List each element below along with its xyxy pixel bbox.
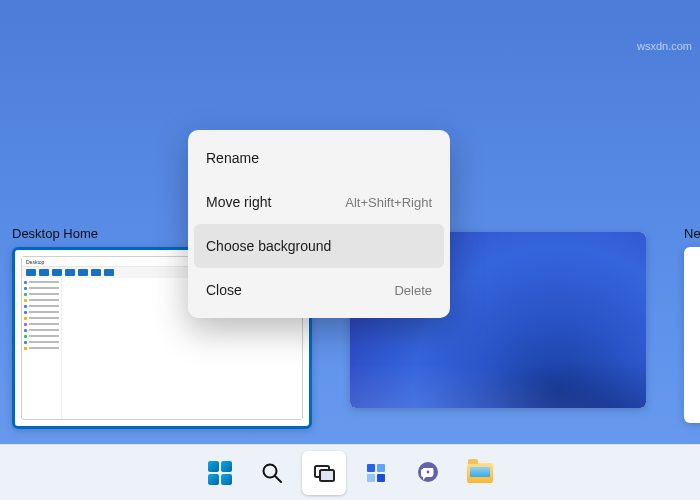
widgets-button[interactable] [354, 451, 398, 495]
svg-rect-7 [377, 474, 385, 482]
svg-point-11 [427, 470, 430, 473]
svg-rect-6 [367, 474, 375, 482]
menu-label: Rename [206, 150, 259, 166]
search-button[interactable] [250, 451, 294, 495]
file-explorer-button[interactable] [458, 451, 502, 495]
desktop-label: New [684, 226, 700, 241]
taskbar [0, 444, 700, 500]
menu-label: Choose background [206, 238, 331, 254]
desktop-card-new: New [684, 226, 700, 429]
menu-item-rename[interactable]: Rename [194, 136, 444, 180]
menu-hint: Delete [394, 283, 432, 298]
menu-label: Close [206, 282, 242, 298]
svg-rect-3 [320, 470, 334, 481]
menu-item-move-right[interactable]: Move right Alt+Shift+Right [194, 180, 444, 224]
desktop-context-menu: Rename Move right Alt+Shift+Right Choose… [188, 130, 450, 318]
svg-line-1 [275, 476, 281, 482]
svg-rect-5 [377, 464, 385, 472]
start-icon [208, 461, 232, 485]
menu-label: Move right [206, 194, 271, 210]
chat-button[interactable] [406, 451, 450, 495]
widgets-icon [364, 461, 388, 485]
start-button[interactable] [198, 451, 242, 495]
menu-item-close[interactable]: Close Delete [194, 268, 444, 312]
menu-hint: Alt+Shift+Right [345, 195, 432, 210]
search-icon [260, 461, 284, 485]
svg-rect-4 [367, 464, 375, 472]
task-view-icon [312, 461, 336, 485]
chat-icon [415, 460, 441, 486]
task-view-button[interactable] [302, 451, 346, 495]
desktop-thumbnail-new[interactable] [684, 247, 700, 423]
file-explorer-icon [467, 463, 493, 483]
watermark-text: wsxdn.com [637, 40, 692, 52]
menu-item-choose-background[interactable]: Choose background [194, 224, 444, 268]
